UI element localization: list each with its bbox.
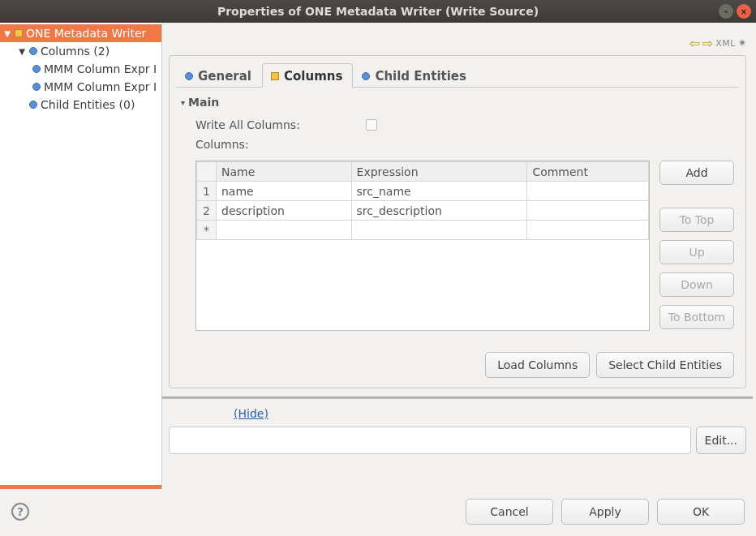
- nav-forward-icon[interactable]: ⇨: [702, 36, 713, 51]
- row-write-all: Write All Columns:: [195, 115, 734, 135]
- tree-item-label: MMM Column Expr I: [44, 62, 157, 75]
- window-title: Properties of ONE Metadata Writer (Write…: [6, 5, 750, 18]
- tab-icon: [185, 72, 193, 80]
- tab-label: Columns: [284, 69, 342, 84]
- up-button[interactable]: Up: [659, 240, 734, 264]
- tree-item-column-expr[interactable]: MMM Column Expr I: [0, 60, 161, 78]
- checkbox-write-all[interactable]: [366, 119, 377, 131]
- ok-button[interactable]: OK: [657, 499, 745, 525]
- section-title: Main: [188, 96, 219, 109]
- add-button[interactable]: Add: [659, 161, 734, 185]
- table-row[interactable]: 1 name src_name: [197, 182, 649, 201]
- node-icon: [29, 101, 37, 109]
- help-icon[interactable]: ?: [11, 503, 29, 521]
- edit-row: Edit...: [169, 427, 746, 454]
- select-child-entities-button[interactable]: Select Child Entities: [596, 352, 734, 378]
- edit-button[interactable]: Edit...: [696, 427, 746, 454]
- cell-comment[interactable]: [527, 201, 649, 221]
- node-icon: [29, 47, 37, 55]
- tree-root-label: ONE Metadata Writer: [26, 27, 146, 40]
- tab-icon: [362, 72, 370, 80]
- sidebar-highlight-bar: [0, 485, 161, 489]
- main-split: ▼ ONE Metadata Writer ▼ Columns (2) MMM …: [0, 23, 756, 489]
- tab-bar: General Columns Child Entities: [170, 56, 745, 87]
- cell-expression[interactable]: [351, 221, 527, 240]
- label-write-all: Write All Columns:: [195, 118, 366, 131]
- tab-label: General: [198, 69, 251, 84]
- table-row[interactable]: 2 description src_description: [197, 201, 649, 221]
- new-row-marker: *: [197, 221, 217, 240]
- expression-editor[interactable]: [169, 427, 691, 454]
- nav-back-icon[interactable]: ⇦: [689, 36, 699, 51]
- columns-grid[interactable]: Name Expression Comment 1 name src_name: [195, 161, 650, 331]
- xml-view-button[interactable]: XML: [715, 38, 736, 49]
- section-main: ▾ Main Write All Columns: Columns:: [170, 88, 745, 344]
- tab-label: Child Entities: [375, 69, 466, 84]
- hide-row: (Hide): [169, 407, 746, 420]
- panel-footer: Load Columns Select Child Entities: [170, 344, 745, 388]
- cell-expression[interactable]: src_name: [351, 182, 527, 201]
- section-header[interactable]: ▾ Main: [181, 96, 734, 109]
- hint-icon[interactable]: ✷: [738, 37, 746, 49]
- node-icon: [32, 65, 41, 73]
- cell-expression[interactable]: src_description: [351, 201, 527, 221]
- label-columns: Columns:: [195, 138, 366, 151]
- cell-name[interactable]: name: [217, 182, 352, 201]
- cell-comment[interactable]: [527, 182, 649, 201]
- table-new-row[interactable]: *: [197, 221, 649, 240]
- row-number: 1: [197, 182, 217, 201]
- form-rows: Write All Columns: Columns:: [181, 115, 734, 154]
- col-header-expression[interactable]: Expression: [351, 162, 527, 182]
- nav-toolbar: ⇦ ⇨ XML ✷: [169, 34, 746, 52]
- tab-child-entities[interactable]: Child Entities: [353, 63, 477, 88]
- tab-general[interactable]: General: [176, 63, 262, 88]
- cell-comment[interactable]: [527, 221, 649, 240]
- tab-icon: [271, 72, 279, 80]
- col-header-comment[interactable]: Comment: [527, 162, 649, 182]
- to-top-button[interactable]: To Top: [659, 208, 734, 232]
- collapse-arrow-icon: ▾: [181, 98, 185, 107]
- load-columns-button[interactable]: Load Columns: [485, 352, 590, 378]
- sidebar: ▼ ONE Metadata Writer ▼ Columns (2) MMM …: [0, 23, 162, 489]
- content-area: ⇦ ⇨ XML ✷ General Columns Child Entities: [162, 23, 756, 489]
- close-button[interactable]: ×: [737, 4, 751, 19]
- window-buttons: – ×: [719, 4, 751, 19]
- to-bottom-button[interactable]: To Bottom: [659, 305, 734, 329]
- properties-panel: General Columns Child Entities ▾ Main: [169, 55, 746, 388]
- node-icon: [32, 83, 41, 91]
- row-columns-label: Columns:: [195, 135, 734, 154]
- tab-columns[interactable]: Columns: [262, 63, 353, 88]
- panel-divider[interactable]: [162, 397, 753, 399]
- expand-arrow-icon: ▼: [18, 47, 26, 56]
- title-bar: Properties of ONE Metadata Writer (Write…: [0, 0, 756, 23]
- tree-item-label: MMM Column Expr I: [44, 80, 157, 93]
- dialog-button-bar: ? Cancel Apply OK: [0, 489, 756, 536]
- cell-name[interactable]: [217, 221, 352, 240]
- component-icon: [15, 29, 23, 37]
- tree-item-label: Columns (2): [41, 45, 110, 58]
- corner-cell: [197, 162, 217, 182]
- down-button[interactable]: Down: [659, 272, 734, 297]
- row-number: 2: [197, 201, 217, 221]
- tree: ▼ ONE Metadata Writer ▼ Columns (2) MMM …: [0, 24, 161, 485]
- minimize-button[interactable]: –: [719, 4, 733, 19]
- tree-item-column-expr[interactable]: MMM Column Expr I: [0, 78, 161, 96]
- tree-item-label: Child Entities (0): [41, 98, 135, 111]
- tree-root[interactable]: ▼ ONE Metadata Writer: [0, 24, 161, 42]
- hide-link[interactable]: (Hide): [234, 407, 268, 420]
- cell-name[interactable]: description: [217, 201, 352, 221]
- col-header-name[interactable]: Name: [217, 162, 352, 182]
- apply-button[interactable]: Apply: [561, 499, 649, 525]
- columns-table-area: Name Expression Comment 1 name src_name: [181, 161, 734, 331]
- expand-arrow-icon: ▼: [3, 29, 11, 38]
- tree-item-columns[interactable]: ▼ Columns (2): [0, 42, 161, 60]
- tree-item-child-entities[interactable]: Child Entities (0): [0, 96, 161, 114]
- row-actions: Add To Top Up Down To Bottom: [659, 161, 734, 331]
- cancel-button[interactable]: Cancel: [466, 499, 553, 525]
